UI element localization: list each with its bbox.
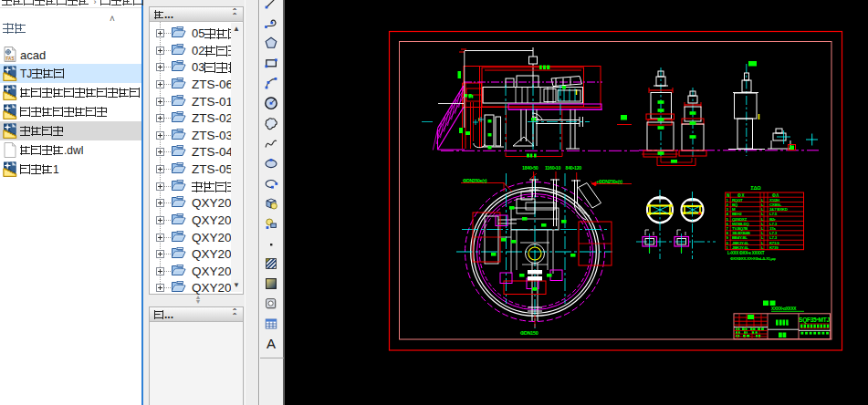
svg-text:L•XXX ΦXX•κ XXXXΤ: L•XXX ΦXX•κ XXXXΤ [727,251,765,255]
svg-text:K739: K739 [769,245,779,250]
svg-text:SQF35ºMTJ: SQF35ºMTJ [799,317,830,324]
svg-text:1: 1 [727,245,729,250]
svg-text:ΣΔΩ: ΣΔΩ [751,185,762,191]
svg-text:+ΦDN250κ(τ): +ΦDN250κ(τ) [596,179,622,184]
svg-text:840•120: 840•120 [566,165,582,171]
svg-text:ΦXXΦXX-XX•XΦκLΔ-Xξ,μφ: ΦXXΦXX-XX•XΦκLΔ-Xξ,μφ [730,256,776,261]
svg-text:A: A [266,336,275,351]
svg-text:1160•10: 1160•10 [545,165,560,171]
svg-text:JBK3Y-6L: JBK3Y-6L [732,245,749,250]
svg-text:ΦDN150: ΦDN150 [520,330,539,336]
svg-text:L: L [761,245,764,250]
svg-text:XXXX•αXXXX: XXXX•αXXXX [771,306,797,311]
svg-text:ΦDN350κ(τ): ΦDN350κ(τ) [463,178,487,183]
svg-text:FAS: FAS [6,57,15,61]
svg-text:1840•50: 1840•50 [522,165,539,171]
